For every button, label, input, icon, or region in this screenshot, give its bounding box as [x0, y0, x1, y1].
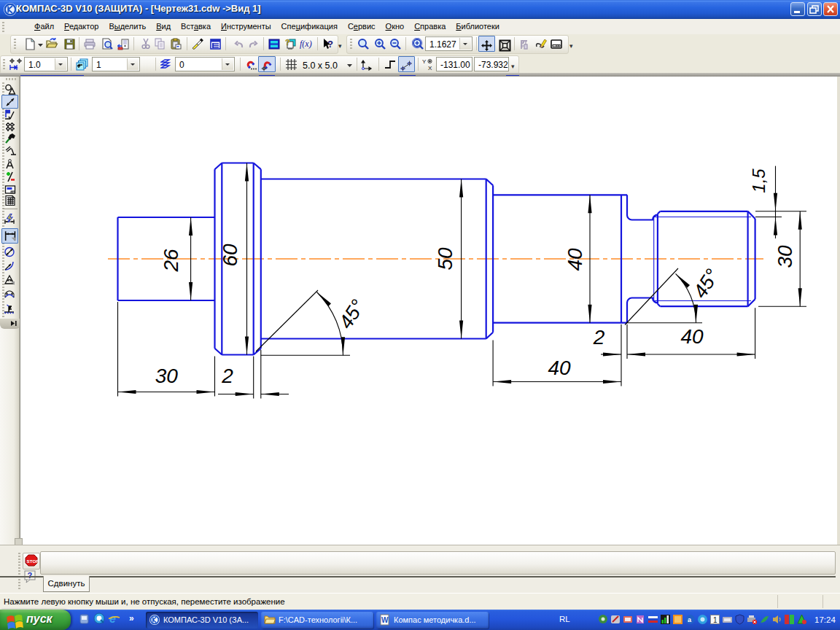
svg-text:45°: 45° [689, 265, 724, 303]
svg-text:40: 40 [548, 357, 571, 379]
svg-text:30: 30 [155, 365, 179, 387]
svg-text:40: 40 [680, 325, 704, 348]
svg-text:60: 60 [219, 244, 241, 267]
svg-text:30: 30 [774, 245, 796, 268]
svg-text:45°: 45° [335, 296, 370, 333]
svg-text:50: 50 [434, 247, 456, 271]
svg-text:2: 2 [221, 365, 233, 387]
svg-text:2: 2 [593, 326, 605, 349]
svg-text:1,5: 1,5 [749, 168, 769, 193]
svg-text:26: 26 [160, 249, 182, 273]
svg-text:40: 40 [564, 248, 586, 271]
